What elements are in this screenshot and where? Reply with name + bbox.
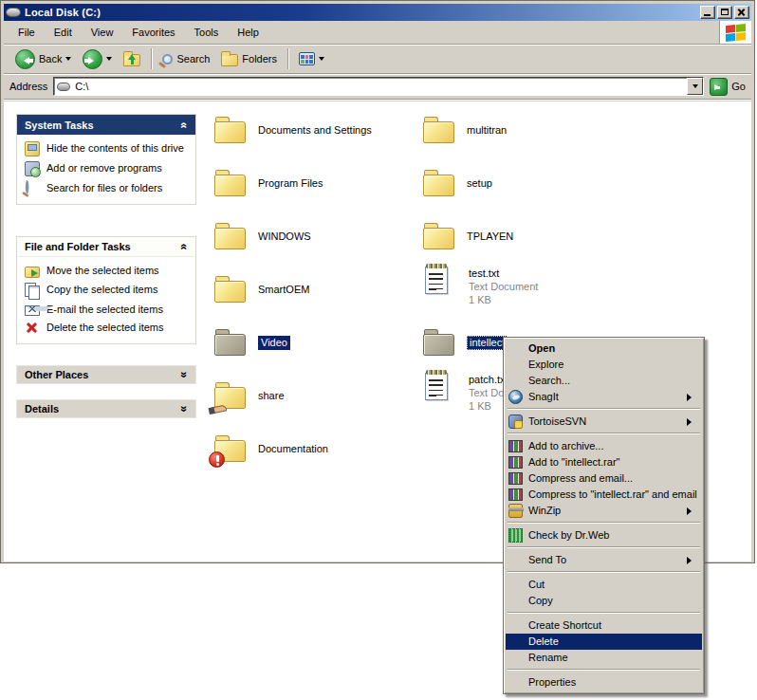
- context-menu-item-search[interactable]: Search...: [506, 373, 702, 389]
- search-label: Search: [176, 53, 210, 64]
- folders-button[interactable]: Folders: [217, 49, 281, 68]
- system-tasks-title: System Tasks: [25, 120, 94, 131]
- context-menu-item-cut[interactable]: Cut: [506, 577, 702, 593]
- menu-help[interactable]: Help: [229, 25, 268, 40]
- menu-tools[interactable]: Tools: [186, 25, 228, 40]
- file-multitran[interactable]: multitran: [423, 111, 507, 149]
- toolbar-separator: [287, 48, 288, 69]
- task-label: E-mail the selected items: [46, 304, 163, 316]
- context-menu-item-properties[interactable]: Properties: [506, 674, 702, 691]
- system-tasks-header[interactable]: System Tasks «: [17, 115, 195, 135]
- context-menu-item-tortoisesvn[interactable]: TortoiseSVN: [506, 414, 702, 430]
- menu-separator: [506, 519, 702, 527]
- winrar-icon: [508, 456, 523, 469]
- file-type: Text Document: [469, 280, 538, 293]
- move-icon: [25, 267, 40, 278]
- context-menu-item-check-by-drweb[interactable]: Check by Dr.Web: [506, 527, 702, 543]
- folder-icon-selected: [214, 327, 247, 358]
- back-button[interactable]: Back: [11, 47, 75, 71]
- file-tplayen[interactable]: TPLAYEN: [423, 217, 513, 255]
- system-tasks-panel: System Tasks « Hide the contents of this…: [16, 114, 196, 205]
- go-button[interactable]: Go: [710, 78, 746, 96]
- folder-alert-icon: [214, 433, 247, 464]
- context-menu-item-compress-to-intellect-rar-and-email[interactable]: Compress to "intellect.rar" and email: [506, 487, 702, 503]
- file-folder-tasks-header[interactable]: File and Folder Tasks «: [17, 237, 195, 257]
- address-input[interactable]: C:\: [53, 77, 704, 96]
- context-menu-item-send-to[interactable]: Send To: [506, 552, 702, 568]
- details-header[interactable]: Details »: [16, 399, 196, 418]
- file-intellect-selected[interactable]: intellect: [423, 323, 508, 361]
- file-documentation[interactable]: Documentation: [214, 430, 328, 468]
- menu-edit[interactable]: Edit: [46, 25, 81, 40]
- task-search-files[interactable]: Search for files or folders: [25, 182, 190, 196]
- submenu-arrow-icon: [687, 418, 695, 426]
- chevron-double-down-icon[interactable]: »: [178, 406, 192, 413]
- task-label: Add or remove programs: [46, 162, 162, 175]
- search-icon: [26, 182, 39, 195]
- window-title: Local Disk (C:): [25, 7, 700, 18]
- context-menu-item-delete[interactable]: Delete: [506, 634, 702, 650]
- title-bar[interactable]: Local Disk (C:): [4, 4, 751, 21]
- file-test-txt[interactable]: test.txt Text Document 1 KB: [423, 265, 538, 312]
- chevron-up-icon[interactable]: «: [178, 244, 192, 250]
- task-email-items[interactable]: E-mail the selected items: [25, 304, 190, 316]
- file-setup[interactable]: setup: [423, 164, 492, 202]
- folders-label: Folders: [242, 53, 277, 64]
- file-share[interactable]: share: [214, 377, 285, 414]
- context-menu-item-add-to-intellect-rar[interactable]: Add to "intellect.rar": [506, 454, 702, 470]
- menu-view[interactable]: View: [83, 25, 122, 40]
- task-add-remove-programs[interactable]: Add or remove programs: [25, 162, 190, 176]
- context-menu-item-rename[interactable]: Rename: [506, 650, 702, 666]
- context-menu-item-explore[interactable]: Explore: [506, 357, 702, 373]
- up-folder-icon: [123, 54, 140, 66]
- task-label: Delete the selected items: [46, 322, 164, 334]
- menu-file[interactable]: File: [9, 25, 44, 40]
- alert-icon: [209, 451, 225, 468]
- chevron-double-down-icon[interactable]: »: [178, 372, 192, 378]
- folder-icon: [423, 221, 455, 251]
- task-move-items[interactable]: Move the selected items: [25, 265, 190, 278]
- context-menu-item-add-to-archive[interactable]: Add to archive...: [506, 438, 702, 454]
- other-places-header[interactable]: Other Places »: [16, 365, 196, 384]
- file-label: test.txt: [469, 267, 538, 280]
- toolbar: Back Search Folders: [4, 45, 751, 74]
- address-dropdown-button[interactable]: [687, 78, 703, 95]
- folder-icon: [423, 115, 455, 145]
- context-menu-item-winzip[interactable]: WinZip: [506, 503, 702, 519]
- minimize-button[interactable]: [700, 6, 715, 19]
- file-folder-tasks-title: File and Folder Tasks: [25, 241, 131, 252]
- menu-separator: [506, 430, 702, 438]
- chevron-up-icon[interactable]: «: [178, 121, 192, 128]
- menu-separator: [506, 543, 702, 552]
- file-windows[interactable]: WINDOWS: [214, 217, 311, 255]
- file-documents-and-settings[interactable]: Documents and Settings: [214, 111, 372, 149]
- file-video-selected[interactable]: Video: [214, 323, 290, 361]
- delete-icon: [25, 321, 40, 336]
- search-button[interactable]: Search: [158, 51, 213, 66]
- winzip-icon: [508, 504, 523, 518]
- maximize-button[interactable]: [717, 6, 732, 19]
- menu-favorites[interactable]: Favorites: [123, 25, 183, 40]
- context-menu-item-compress-and-email[interactable]: Compress and email...: [506, 470, 702, 487]
- file-smartoem[interactable]: SmartOEM: [214, 270, 309, 308]
- views-dropdown-icon[interactable]: [319, 57, 324, 64]
- address-bar: Address C:\ Go: [4, 74, 751, 100]
- forward-dropdown-icon[interactable]: [106, 57, 112, 64]
- shared-folder-icon: [214, 380, 247, 411]
- file-program-files[interactable]: Program Files: [214, 164, 323, 202]
- up-button[interactable]: [120, 49, 144, 68]
- back-dropdown-icon[interactable]: [65, 57, 71, 64]
- context-menu-item-open[interactable]: Open: [506, 341, 702, 357]
- submenu-arrow-icon: [687, 394, 695, 401]
- task-hide-contents[interactable]: Hide the contents of this drive: [25, 142, 190, 157]
- task-delete-items[interactable]: Delete the selected items: [25, 322, 190, 336]
- task-copy-items[interactable]: Copy the selected items: [25, 284, 190, 298]
- context-menu-item-create-shortcut[interactable]: Create Shortcut: [506, 617, 702, 634]
- forward-button[interactable]: [79, 47, 116, 71]
- views-button[interactable]: [295, 50, 328, 67]
- close-button[interactable]: [734, 6, 749, 19]
- forward-icon: [83, 49, 102, 69]
- context-menu-item-copy[interactable]: Copy: [506, 593, 702, 609]
- context-menu-item-snagit[interactable]: SnagIt: [506, 389, 702, 405]
- file-label: setup: [467, 177, 492, 190]
